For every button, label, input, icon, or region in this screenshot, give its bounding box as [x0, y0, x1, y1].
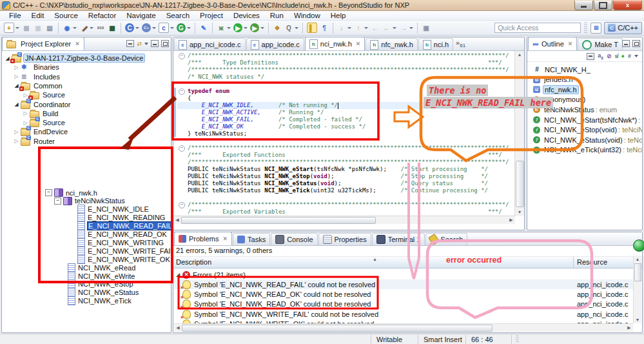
expander-icon[interactable]: ▷: [14, 129, 19, 135]
code-line[interactable]: /*** Type Definitions ***/: [177, 59, 514, 66]
back-button[interactable]: ←: [382, 22, 397, 34]
menu-project[interactable]: Project: [195, 12, 228, 19]
build-button[interactable]: ▬: [79, 22, 94, 34]
last-edit-button[interactable]: ←: [370, 22, 380, 34]
menu-edit[interactable]: Edit: [26, 12, 50, 19]
mark-occurrences-button[interactable]: ▍: [306, 22, 318, 34]
tree-item-jn-an-1217-zigbee-3-0-base-device[interactable]: ◢xCJN-AN-1217-Zigbee-3-0-Base-Device: [5, 54, 145, 63]
fold-collapse-icon[interactable]: −: [179, 88, 185, 95]
code-line[interactable]: } teNciNwkStatus;: [177, 130, 514, 137]
expander-icon[interactable]: ◢: [175, 272, 181, 278]
link-with-editor-icon[interactable]: ⇄: [137, 41, 142, 47]
new-button[interactable]: +: [3, 22, 20, 34]
scrollbar-thumb[interactable]: [182, 325, 493, 332]
editor-tab-nfc_nwk.h[interactable]: hnfc_nwk.h: [366, 38, 418, 50]
symbol-e_nci_nwk_read_fail[interactable]: E_NCI_NWK_READ_FAIL: [77, 222, 173, 230]
expander-icon[interactable]: ▷: [14, 74, 19, 79]
scroll-down-icon[interactable]: ▼: [634, 316, 641, 323]
new-cpp-project-button[interactable]: C+: [141, 22, 157, 34]
expander-icon[interactable]: ▷: [14, 65, 19, 70]
build-all-button[interactable]: ▩: [107, 22, 117, 34]
symbol-e_nci_nwk_reading[interactable]: E_NCI_NWK_READING: [77, 214, 166, 222]
tab-console[interactable]: Console: [271, 233, 317, 245]
scroll-up-icon[interactable]: ▲: [634, 256, 641, 263]
scroll-right-icon[interactable]: ▶: [507, 216, 515, 224]
collapse-minus-icon[interactable]: −: [54, 197, 61, 205]
editor-tab-app_nci_icode.c[interactable]: capp_nci_icode.c: [174, 38, 246, 50]
open-element-button[interactable]: ❖: [272, 22, 282, 34]
menu-search[interactable]: Search: [161, 12, 195, 19]
view-menu-icon[interactable]: [634, 55, 638, 57]
outline-item-nci-nwk-estart-tsnfcnwk-[interactable]: fNCI_NWK_eStart(tsNfcNwk*) : te: [527, 115, 642, 125]
editor-tab-nci_nwk.h[interactable]: hnci_nwk.h✕: [305, 37, 365, 50]
dropdown-arrow-icon[interactable]: [73, 27, 77, 29]
code-line[interactable]: −/**************************************…: [177, 145, 514, 152]
close-icon[interactable]: ✕: [75, 41, 80, 47]
search-button[interactable]: Q: [284, 22, 299, 34]
tree-item-coordinator[interactable]: ◢CCoordinator: [14, 100, 72, 109]
tree-item-common[interactable]: ◢xCommon: [14, 81, 64, 90]
tree-item-enddevice[interactable]: ▷CEndDevice: [14, 127, 69, 136]
maximize-window-button[interactable]: [594, 1, 612, 10]
tree-item-binaries[interactable]: ▷✱Binaries: [14, 63, 61, 72]
dropdown-arrow-icon[interactable]: [260, 27, 264, 29]
pen-button[interactable]: ✎: [199, 22, 209, 34]
outline-item-nfc-nwk-h[interactable]: unfc_nwk.h: [527, 85, 642, 94]
tab-properties[interactable]: Properties: [318, 233, 371, 245]
tab-project-explorer[interactable]: Project Explorer ✕: [2, 37, 84, 50]
symbol-e_nci_nwk_read_ok[interactable]: E_NCI_NWK_READ_OK: [77, 230, 168, 239]
code-line[interactable]: PUBLIC teNciNwkStatus NCI_NWK_eTick(uint…: [177, 187, 514, 194]
sort-icon[interactable]: az: [598, 52, 603, 61]
perspective-cpp-button[interactable]: CC/C++: [604, 22, 642, 34]
outline-item--anonymous-[interactable]: ▷E(anonymous): [527, 95, 642, 105]
dropdown-arrow-icon[interactable]: [227, 27, 231, 29]
code-line[interactable]: [177, 137, 514, 145]
forward-button[interactable]: →: [398, 22, 414, 34]
hide-static-icon[interactable]: s̸: [615, 53, 618, 59]
dropdown-arrow-icon[interactable]: [152, 27, 156, 29]
error-group-row[interactable]: ◢✕Errors (21 items): [173, 270, 633, 279]
tab-outline[interactable]: ≔ Outline ✕: [528, 37, 577, 50]
relaunch-button[interactable]: G: [176, 22, 191, 34]
menu-devices[interactable]: Devices: [228, 12, 265, 19]
open-perspective-button[interactable]: ⊞: [590, 23, 601, 34]
code-line[interactable]: /* NCI_NWK statuses */: [177, 74, 514, 81]
maximize-icon[interactable]: [632, 40, 640, 47]
symbol-nci_nwk.h[interactable]: −nci_nwk.h: [45, 188, 98, 197]
code-line[interactable]: [177, 194, 514, 201]
code-line[interactable]: PUBLIC teNciNwkStatus NCI_NWK_eStatus(vo…: [177, 180, 514, 187]
minimize-icon[interactable]: [151, 40, 159, 47]
tab-problems[interactable]: Problems✕: [174, 232, 232, 245]
expander-icon[interactable]: ▷: [23, 110, 28, 116]
expander-icon[interactable]: ▷: [527, 97, 533, 103]
editor-tab-app_icode.c[interactable]: capp_icode.c: [246, 38, 304, 50]
prev-annotation-button[interactable]: ↑: [353, 22, 369, 34]
code-line[interactable]: {: [177, 95, 514, 102]
code-line[interactable]: −/**************************************…: [177, 201, 514, 208]
code-line[interactable]: E_NCI_NWK_ACTIVE, /* Running */: [177, 109, 514, 116]
problem-row[interactable]: Symbol 'E_NCI_NWK_READ_OK' could not be …: [173, 299, 633, 309]
symbol-tencinwkstatus[interactable]: −teNciNwkStatus: [54, 197, 126, 205]
tab-tasks[interactable]: Tasks: [233, 233, 270, 245]
collapse-all-icon[interactable]: [587, 53, 594, 60]
code-line[interactable]: −typedef enum: [177, 88, 514, 95]
maximize-icon[interactable]: [161, 40, 169, 47]
expander-icon[interactable]: ◢: [14, 101, 19, 107]
code-line[interactable]: /*** Exported Functions ***/: [177, 152, 514, 159]
scroll-left-icon[interactable]: ◀: [173, 216, 181, 224]
dropdown-arrow-icon[interactable]: [15, 27, 19, 29]
close-icon[interactable]: ✕: [222, 236, 228, 242]
editor-tab-nci.h[interactable]: hnci.h: [418, 38, 453, 50]
code-line[interactable]: /***************************************…: [177, 159, 514, 166]
symbol-e_nci_nwk_idle[interactable]: E_NCI_NWK_IDLE: [77, 205, 150, 214]
menu-refactor[interactable]: Refactor: [83, 12, 121, 19]
tab-search[interactable]: Search: [425, 233, 467, 245]
menu-source[interactable]: Source: [49, 12, 83, 19]
symbol-nci_nwk_estatus[interactable]: NCI_NWK_eStatus: [68, 288, 139, 297]
expander-icon[interactable]: ▷: [23, 92, 28, 98]
menu-window[interactable]: Window: [289, 12, 326, 19]
save-button[interactable]: ▦: [21, 22, 32, 34]
code-area[interactable]: −/**************************************…: [177, 52, 514, 223]
editor-overflow-chevron[interactable]: »61: [456, 39, 465, 48]
scrollbar-thumb[interactable]: [181, 217, 376, 224]
